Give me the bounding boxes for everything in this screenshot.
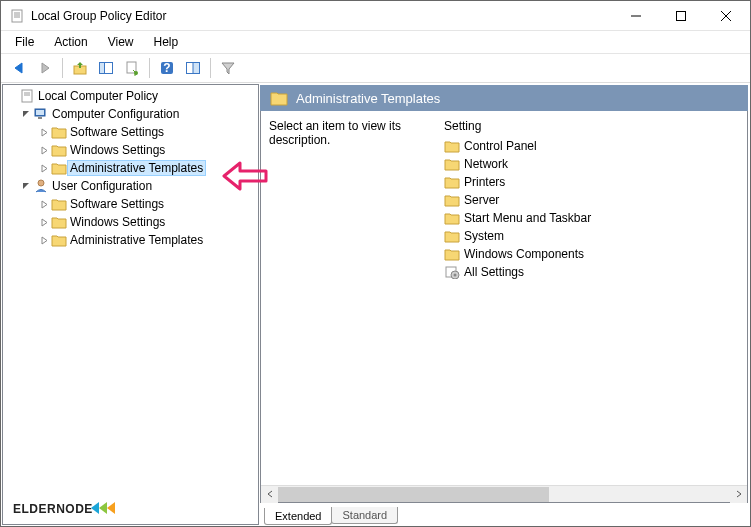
svg-rect-22 xyxy=(38,117,42,119)
computer-config-icon xyxy=(33,106,49,122)
tree-user-config[interactable]: User Configuration xyxy=(49,178,155,194)
scroll-left-button[interactable] xyxy=(261,486,278,503)
scroll-thumb[interactable] xyxy=(278,487,549,502)
eldernode-logo: ELDERNODE xyxy=(13,495,117,518)
list-item[interactable]: Server xyxy=(444,191,743,209)
svg-rect-5 xyxy=(676,11,685,20)
menu-action[interactable]: Action xyxy=(46,33,95,51)
filter-button[interactable] xyxy=(216,56,240,80)
description-text: Select an item to view its description. xyxy=(269,119,444,498)
expand-icon[interactable] xyxy=(37,128,51,137)
folder-icon xyxy=(444,212,460,225)
list-item-label: Printers xyxy=(464,175,505,189)
details-pane: Administrative Templates Select an item … xyxy=(260,84,749,525)
folder-icon xyxy=(444,230,460,243)
window-title: Local Group Policy Editor xyxy=(31,9,613,23)
list-item-label: Network xyxy=(464,157,508,171)
tree-software-settings[interactable]: Software Settings xyxy=(67,124,167,140)
list-item-label: All Settings xyxy=(464,265,524,279)
svg-rect-10 xyxy=(100,63,105,74)
tab-extended[interactable]: Extended xyxy=(264,508,332,525)
svg-rect-16 xyxy=(193,63,200,74)
folder-icon xyxy=(444,140,460,153)
toolbar-separator xyxy=(62,58,63,78)
up-button[interactable] xyxy=(68,56,92,80)
expand-icon[interactable] xyxy=(37,164,51,173)
collapse-icon[interactable] xyxy=(19,182,33,191)
forward-button[interactable] xyxy=(33,56,57,80)
scroll-right-button[interactable] xyxy=(730,486,747,503)
folder-icon xyxy=(51,216,67,229)
tree-admin-templates[interactable]: Administrative Templates xyxy=(67,160,206,176)
folder-icon xyxy=(51,126,67,139)
details-header: Administrative Templates xyxy=(260,85,748,111)
tabs-bar: Extended Standard xyxy=(260,503,749,525)
expand-icon[interactable] xyxy=(37,236,51,245)
list-item[interactable]: System xyxy=(444,227,743,245)
expand-icon[interactable] xyxy=(37,200,51,209)
user-config-icon xyxy=(33,178,49,194)
tree-root[interactable]: Local Computer Policy xyxy=(35,88,161,104)
toolbar: ? xyxy=(1,53,750,83)
details-header-title: Administrative Templates xyxy=(296,91,440,106)
menu-view[interactable]: View xyxy=(100,33,142,51)
list-item-label: Server xyxy=(464,193,499,207)
svg-rect-0 xyxy=(12,10,22,22)
export-list-button[interactable] xyxy=(120,56,144,80)
tree-pane: Local Computer Policy Computer Configura… xyxy=(2,84,259,525)
folder-icon xyxy=(444,194,460,207)
help-button[interactable]: ? xyxy=(155,56,179,80)
folder-icon xyxy=(444,158,460,171)
list-item[interactable]: Printers xyxy=(444,173,743,191)
menu-file[interactable]: File xyxy=(7,33,42,51)
list-item-label: System xyxy=(464,229,504,243)
horizontal-scrollbar[interactable] xyxy=(261,485,747,502)
tree-admin-templates[interactable]: Administrative Templates xyxy=(67,232,206,248)
tree-computer-config[interactable]: Computer Configuration xyxy=(49,106,182,122)
list-item-label: Start Menu and Taskbar xyxy=(464,211,591,225)
list-item[interactable]: Network xyxy=(444,155,743,173)
folder-icon xyxy=(51,198,67,211)
list-item-label: Windows Components xyxy=(464,247,584,261)
list-item[interactable]: All Settings xyxy=(444,263,743,281)
menubar: File Action View Help xyxy=(1,31,750,53)
svg-point-26 xyxy=(454,274,457,277)
expand-icon[interactable] xyxy=(37,218,51,227)
list-item[interactable]: Control Panel xyxy=(444,137,743,155)
list-item-label: Control Panel xyxy=(464,139,537,153)
scroll-track[interactable] xyxy=(278,486,730,503)
tree-windows-settings[interactable]: Windows Settings xyxy=(67,142,168,158)
setting-column-header[interactable]: Setting xyxy=(444,119,743,137)
collapse-icon[interactable] xyxy=(19,110,33,119)
properties-button[interactable] xyxy=(181,56,205,80)
minimize-button[interactable] xyxy=(613,1,658,30)
list-item[interactable]: Windows Components xyxy=(444,245,743,263)
folder-icon xyxy=(51,162,67,175)
policy-icon xyxy=(19,88,35,104)
toolbar-separator xyxy=(149,58,150,78)
tab-standard[interactable]: Standard xyxy=(331,507,398,524)
svg-point-12 xyxy=(134,71,138,75)
folder-icon xyxy=(444,176,460,189)
settings-icon xyxy=(444,265,460,279)
svg-rect-21 xyxy=(36,110,44,115)
folder-icon xyxy=(51,144,67,157)
svg-point-23 xyxy=(38,180,44,186)
folder-icon xyxy=(270,91,288,106)
maximize-button[interactable] xyxy=(658,1,703,30)
menu-help[interactable]: Help xyxy=(146,33,187,51)
close-button[interactable] xyxy=(703,1,748,30)
folder-icon xyxy=(51,234,67,247)
back-button[interactable] xyxy=(7,56,31,80)
titlebar: Local Group Policy Editor xyxy=(1,1,750,31)
show-hide-tree-button[interactable] xyxy=(94,56,118,80)
svg-text:?: ? xyxy=(163,61,170,75)
app-icon xyxy=(9,8,25,24)
expand-icon[interactable] xyxy=(37,146,51,155)
toolbar-separator xyxy=(210,58,211,78)
tree-windows-settings[interactable]: Windows Settings xyxy=(67,214,168,230)
svg-rect-17 xyxy=(22,90,32,102)
tree-software-settings[interactable]: Software Settings xyxy=(67,196,167,212)
list-item[interactable]: Start Menu and Taskbar xyxy=(444,209,743,227)
folder-icon xyxy=(444,248,460,261)
